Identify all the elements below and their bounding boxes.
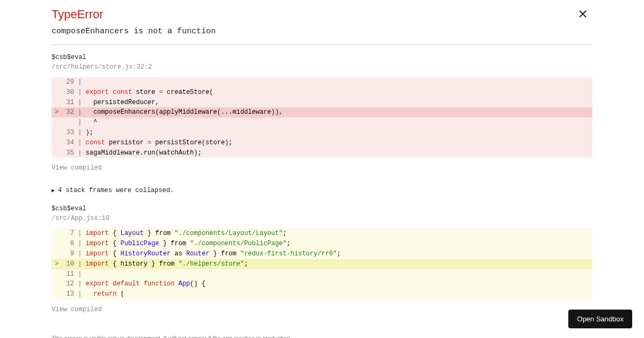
error-type: TypeError — [52, 8, 104, 21]
stack-frame: $csb$eval /src/helpers/store.js:32:2 29 … — [52, 53, 592, 181]
frame-location: /src/helpers/store.js:32:2 — [52, 62, 592, 72]
code-snippet: 29 | 30 | export const store = createSto… — [52, 77, 592, 158]
view-compiled-link[interactable]: View compiled — [52, 164, 102, 172]
triangle-right-icon: ▶ — [52, 187, 55, 194]
frame-function: $csb$eval — [52, 53, 592, 62]
view-compiled-link[interactable]: View compiled — [52, 306, 102, 313]
divider — [52, 45, 592, 45]
frame-function: $csb$eval — [52, 204, 592, 214]
footer-line: This screen is visible only in developme… — [52, 334, 592, 338]
close-icon[interactable] — [579, 10, 587, 18]
error-message: composeEnhancers is not a function — [52, 27, 592, 36]
frame-location: /src/App.jsx:10 — [52, 214, 592, 223]
stack-frame: $csb$eval /src/App.jsx:10 7 | import { L… — [52, 204, 592, 323]
open-sandbox-button[interactable]: Open Sandbox — [568, 310, 632, 328]
code-snippet: 7 | import { Layout } from "./components… — [52, 229, 592, 299]
collapsed-frames-label: 4 stack frames were collapsed. — [58, 187, 174, 194]
footer-text: This screen is visible only in developme… — [52, 334, 592, 338]
collapsed-frames-toggle[interactable]: ▶ 4 stack frames were collapsed. — [52, 187, 592, 194]
